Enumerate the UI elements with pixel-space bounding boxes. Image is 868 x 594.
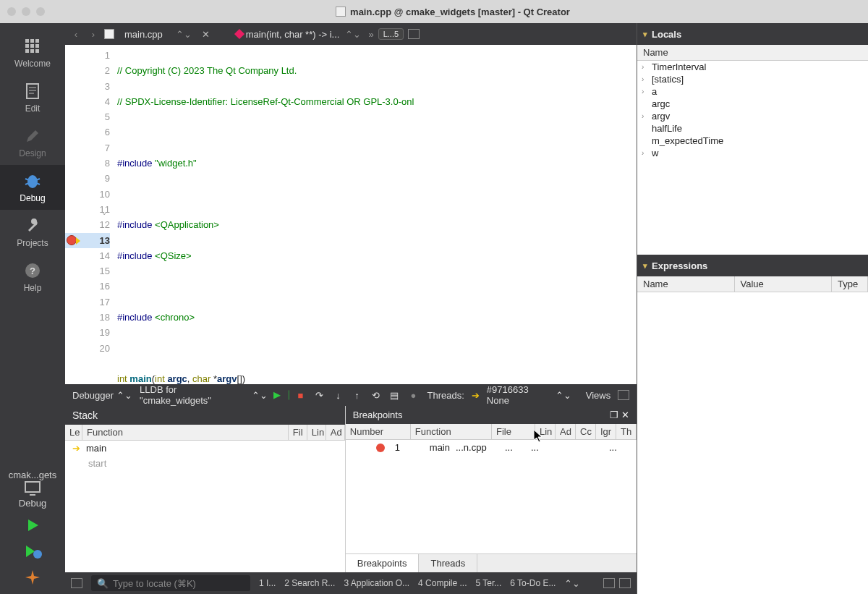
local-var[interactable]: ›argv	[637, 110, 868, 122]
debugger-select[interactable]: Debugger⌃⌄	[72, 390, 132, 401]
nav-forward[interactable]: ›	[87, 27, 100, 41]
window-controls[interactable]	[7, 7, 45, 16]
thread-select[interactable]: #9716633 None⌃⌄	[487, 384, 571, 406]
log-icon[interactable]: ▤	[388, 389, 401, 402]
breakpoint-row[interactable]: 1 main ...n.cpp ... ... ...	[346, 440, 637, 455]
continue-icon[interactable]: ▶⎹	[275, 389, 288, 402]
expressions-header[interactable]: ▾Expressions	[637, 255, 868, 276]
chevron-down-icon: ▾	[643, 261, 647, 271]
svg-rect-5	[35, 44, 39, 48]
document-icon	[23, 82, 42, 101]
output-terminal[interactable]: 5 Ter...	[475, 578, 501, 588]
gutter[interactable]: 1 2 3 4 5 6 7 8 9 10 ⌄11 12 13 14 15 16 …	[65, 45, 114, 384]
local-var[interactable]: ›w	[637, 147, 868, 159]
line-badge[interactable]: L...5	[378, 28, 404, 40]
svg-rect-4	[30, 44, 34, 48]
run-button[interactable]	[23, 516, 42, 535]
threads-label: Threads:	[427, 390, 464, 401]
stack-frame[interactable]: start	[65, 456, 345, 471]
output-todo[interactable]: 6 To-Do E...	[510, 578, 556, 588]
sidebar-toggle-icon[interactable]	[71, 578, 82, 588]
output-application[interactable]: 3 Application O...	[344, 578, 409, 588]
mode-design[interactable]: Design	[0, 120, 65, 165]
expressions-columns[interactable]: Name Value Type	[637, 276, 868, 292]
window-title: main.cpp @ cmake_widgets [master] - Qt C…	[45, 7, 861, 17]
local-var[interactable]: ›a	[637, 85, 868, 98]
svg-point-13	[27, 175, 38, 188]
monitor-icon	[22, 480, 43, 496]
stop-icon[interactable]: ■	[294, 389, 307, 402]
grid-icon	[23, 37, 42, 56]
svg-rect-3	[25, 44, 29, 48]
restart-icon[interactable]: ⟲	[369, 389, 382, 402]
restore-icon[interactable]: ❐	[610, 410, 618, 420]
breakpoint-marker[interactable]	[67, 235, 77, 245]
close-icon[interactable]: ✕	[621, 410, 629, 420]
local-var[interactable]: halfLife	[637, 122, 868, 135]
symbol-crumb[interactable]: main(int, char **) -> i... ⌃⌄	[236, 29, 365, 40]
local-var[interactable]: m_expectedTime	[637, 135, 868, 147]
mode-edit[interactable]: Edit	[0, 75, 65, 120]
svg-point-22	[33, 550, 42, 559]
mode-debug[interactable]: Debug	[0, 165, 65, 210]
close-window[interactable]	[7, 7, 16, 16]
chevron-updown-icon[interactable]: ⌃⌄	[173, 29, 195, 40]
code-editor[interactable]: 1 2 3 4 5 6 7 8 9 10 ⌄11 12 13 14 15 16 …	[65, 45, 637, 384]
svg-rect-20	[25, 482, 40, 492]
chevron-down-icon: ▾	[643, 30, 647, 39]
wrench-icon	[23, 216, 42, 235]
bp-tabs: Breakpoints Threads	[346, 553, 637, 572]
run-debug-button[interactable]	[23, 542, 42, 561]
panel-toggle-icon[interactable]	[603, 578, 615, 588]
views-menu[interactable]: Views	[586, 390, 610, 401]
stack-columns[interactable]: Le Function Fil Lin Ad	[65, 425, 345, 441]
split-icon[interactable]	[408, 29, 420, 39]
svg-rect-6	[25, 49, 29, 53]
output-compile[interactable]: 4 Compile ...	[418, 578, 467, 588]
step-out-icon[interactable]: ↑	[350, 389, 363, 402]
locals-view[interactable]: Name ›TimerInterval ›[statics] ›a argc ›…	[637, 45, 868, 255]
zoom-window[interactable]	[36, 7, 45, 16]
pencil-icon	[23, 127, 42, 145]
chevron-updown-icon[interactable]: ⌃⌄	[342, 29, 364, 40]
chevron-updown-icon[interactable]: ⌃⌄	[564, 578, 580, 589]
right-sidebar-toggle-icon[interactable]	[619, 578, 631, 588]
tab-threads[interactable]: Threads	[419, 554, 477, 572]
expressions-view[interactable]: Name Value Type	[637, 276, 868, 594]
engine-select[interactable]: LLDB for "cmake_widgets"⌃⌄	[140, 384, 268, 406]
step-over-icon[interactable]: ↷	[312, 389, 326, 402]
arrow-icon: ➔	[472, 390, 480, 401]
local-var[interactable]: argc	[637, 98, 868, 110]
file-tab[interactable]: main.cpp	[119, 29, 169, 40]
mode-welcome[interactable]: Welcome	[0, 30, 65, 75]
close-tab[interactable]: ✕	[199, 29, 213, 40]
bp-columns[interactable]: Number Function File Lin Ad Cc Igr Th	[346, 424, 637, 440]
breakpoint-icon	[376, 444, 385, 452]
mode-projects[interactable]: Projects	[0, 210, 65, 255]
mode-help[interactable]: ? Help	[0, 255, 65, 300]
layout-icon[interactable]	[618, 390, 629, 400]
local-var[interactable]: ›[statics]	[637, 73, 868, 85]
output-search[interactable]: 2 Search R...	[284, 578, 335, 588]
build-button[interactable]	[23, 568, 42, 587]
locals-column-name[interactable]: Name	[637, 45, 868, 61]
code-area[interactable]: // Copyright (C) 2023 The Qt Company Ltd…	[114, 45, 637, 384]
stack-title: Stack	[65, 406, 345, 425]
local-var[interactable]: ›TimerInterval	[637, 61, 868, 73]
arrow-icon: ➔	[72, 443, 80, 454]
locals-header[interactable]: ▾Locals	[637, 23, 868, 45]
svg-rect-0	[25, 39, 29, 43]
breakpoints-pane: Breakpoints ❐ ✕ Number Function File Lin…	[346, 406, 637, 572]
kit-selector[interactable]: cmak...gets Debug	[9, 470, 56, 509]
output-issues[interactable]: 1 I...	[259, 578, 276, 588]
record-icon[interactable]: ●	[407, 389, 420, 402]
bug-icon	[23, 171, 42, 190]
tab-breakpoints[interactable]: Breakpoints	[346, 554, 420, 572]
svg-rect-9	[27, 84, 38, 98]
nav-back[interactable]: ‹	[69, 27, 82, 41]
step-into-icon[interactable]: ↓	[331, 389, 344, 402]
locator[interactable]: 🔍 Type to locate (⌘K)	[91, 575, 250, 591]
minimize-window[interactable]	[22, 7, 30, 16]
stack-frame[interactable]: ➔main	[65, 441, 345, 456]
svg-rect-2	[35, 39, 39, 43]
